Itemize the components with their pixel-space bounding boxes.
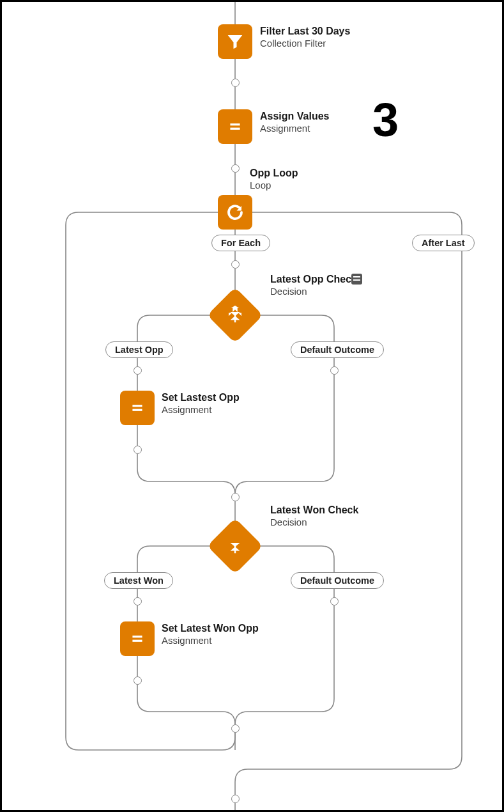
filter-icon [218, 24, 252, 59]
add-node-dot[interactable] [231, 724, 240, 733]
after-last-pill[interactable]: After Last [412, 235, 475, 251]
opp-loop-label: Opp Loop Loop [250, 167, 298, 192]
add-node-dot[interactable] [134, 366, 142, 375]
assignment-icon [120, 621, 155, 656]
add-node-dot[interactable] [231, 164, 240, 173]
step-annotation-number: 3 [372, 97, 399, 144]
latest-won-pill[interactable]: Latest Won [104, 572, 173, 589]
assign-values-subtitle: Assignment [260, 123, 330, 135]
set-latest-opp-title: Set Lastest Opp [162, 391, 240, 404]
for-each-pill[interactable]: For Each [211, 235, 270, 251]
set-latest-won-title: Set Latest Won Opp [162, 622, 259, 635]
add-node-dot[interactable] [231, 79, 240, 87]
flow-canvas: 3 Filter Last 30 Days Collection Filter … [0, 0, 504, 812]
filter-node-label: Filter Last 30 Days Collection Filter [260, 25, 350, 50]
assign-values-label: Assign Values Assignment [260, 110, 330, 135]
latest-opp-check-title: Latest Opp Check [270, 273, 357, 286]
add-node-dot[interactable] [134, 597, 142, 605]
notes-icon[interactable] [351, 274, 362, 285]
latest-won-check-title: Latest Won Check [270, 504, 358, 517]
decision-icon [207, 287, 263, 343]
filter-node[interactable] [218, 24, 252, 59]
assign-values-title: Assign Values [260, 110, 330, 123]
add-node-dot[interactable] [231, 493, 240, 501]
latest-opp-check-node[interactable] [215, 295, 255, 335]
set-latest-opp-node[interactable] [120, 391, 155, 425]
set-latest-opp-label: Set Lastest Opp Assignment [162, 391, 240, 416]
add-node-dot[interactable] [134, 446, 142, 454]
opp-loop-subtitle: Loop [250, 180, 298, 192]
assign-values-node[interactable] [218, 109, 252, 144]
set-latest-won-subtitle: Assignment [162, 635, 259, 647]
add-node-dot[interactable] [231, 260, 240, 269]
default-outcome-pill[interactable]: Default Outcome [291, 341, 384, 358]
filter-subtitle: Collection Filter [260, 38, 350, 50]
set-latest-won-label: Set Latest Won Opp Assignment [162, 622, 259, 647]
set-latest-opp-subtitle: Assignment [162, 404, 240, 416]
latest-won-check-subtitle: Decision [270, 517, 358, 529]
filter-title: Filter Last 30 Days [260, 25, 350, 38]
default-outcome-pill[interactable]: Default Outcome [291, 572, 384, 589]
latest-won-check-label: Latest Won Check Decision [270, 504, 358, 529]
latest-opp-pill[interactable]: Latest Opp [105, 341, 173, 358]
assignment-icon [218, 109, 252, 144]
loop-icon [218, 195, 252, 230]
opp-loop-node[interactable] [218, 195, 252, 230]
decision-icon [207, 518, 263, 574]
opp-loop-title: Opp Loop [250, 167, 298, 180]
add-node-dot[interactable] [134, 676, 142, 685]
add-node-dot[interactable] [330, 366, 339, 375]
latest-won-check-node[interactable] [215, 526, 255, 566]
assignment-icon [120, 391, 155, 425]
latest-opp-check-label: Latest Opp Check Decision [270, 273, 357, 298]
latest-opp-check-subtitle: Decision [270, 286, 357, 298]
set-latest-won-node[interactable] [120, 621, 155, 656]
add-node-dot[interactable] [330, 597, 339, 605]
add-node-dot[interactable] [231, 795, 240, 803]
